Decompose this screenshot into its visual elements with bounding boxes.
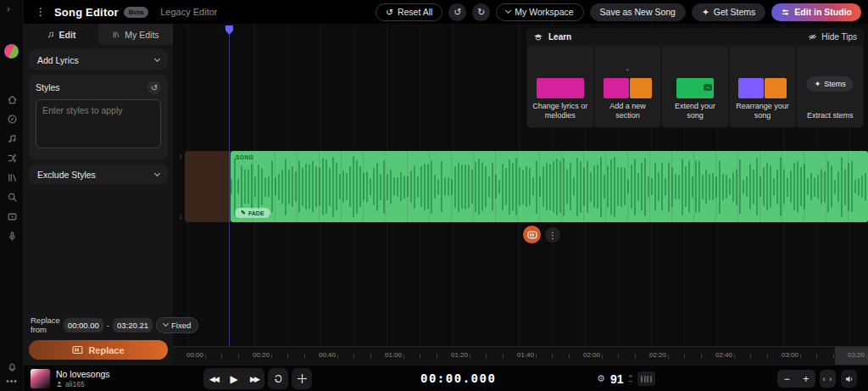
fade-button[interactable]: ✎ FADE	[235, 208, 270, 218]
bottom-bar: No lovesongs ali165 ◀◀ ▶ ▶▶ 00:00.000 ⚙ …	[24, 365, 868, 391]
zoom-out-button[interactable]: −	[782, 373, 793, 385]
edit-in-studio-button[interactable]: Edit in Studio	[771, 3, 861, 21]
wave-bar	[610, 159, 612, 215]
move-track-down-icon[interactable]: ↓	[179, 212, 183, 221]
fixed-mode-dropdown[interactable]: Fixed	[156, 317, 198, 333]
auto-scroll-button[interactable]	[292, 368, 312, 389]
studio-icon[interactable]	[7, 152, 18, 163]
gear-icon[interactable]: ⚙	[597, 373, 605, 384]
more-icon[interactable]: •••	[6, 379, 18, 384]
wave-bar	[743, 180, 744, 194]
tip-extract-stems[interactable]: ✦ Stems Extract stems	[797, 46, 863, 127]
styles-reset-button[interactable]: ↺	[147, 81, 161, 94]
home-icon[interactable]	[7, 93, 18, 104]
reset-all-button[interactable]: ↺ Reset All	[376, 3, 442, 21]
ruler-label: 00:40	[319, 351, 336, 359]
timeline-canvas[interactable]: Learn Hide Tips Change lyrics or melodie…	[173, 24, 868, 365]
wave-bar	[434, 175, 436, 198]
bpm-decrease-icon[interactable]: −	[628, 379, 632, 384]
wave-bar	[393, 177, 395, 196]
tab-edit[interactable]: Edit	[24, 24, 98, 45]
replace-start-time[interactable]: 00:00.00	[64, 318, 103, 332]
clip-section-divider	[693, 151, 694, 222]
wave-bar	[787, 177, 788, 197]
ruler-tick	[618, 355, 619, 359]
wave-bar	[573, 177, 575, 196]
rail-bottom: •••	[0, 360, 24, 384]
floating-kebab-button[interactable]: ⋮	[545, 227, 560, 243]
hide-tips-button[interactable]: Hide Tips	[808, 32, 857, 42]
expand-sidebar-icon[interactable]: ›	[7, 3, 10, 14]
tab-my-edits[interactable]: My Edits	[98, 24, 173, 45]
notifications-bell-icon[interactable]	[7, 360, 18, 371]
tip-change-lyrics[interactable]: Change lyrics or melodies	[527, 46, 593, 127]
loop-button[interactable]	[268, 368, 288, 389]
topbar-actions: ↺ Reset All ↺ ↻ My Workspace Save as New…	[376, 3, 868, 21]
legacy-editor-link[interactable]: Legacy Editor	[160, 7, 217, 17]
wave-bar	[549, 164, 551, 210]
save-as-new-song-button[interactable]: Save as New Song	[590, 3, 686, 21]
ruler-tick	[403, 355, 404, 359]
wave-bar	[851, 161, 853, 212]
wave-bar	[634, 159, 636, 215]
tip-rearrange-song[interactable]: Rearrange your song	[730, 46, 796, 127]
edit-panel: Edit My Edits Add Lyrics Styles ↺ Exclud…	[24, 24, 173, 365]
top-bar: ⋮ Song Editor Beta Legacy Editor ↺ Reset…	[24, 0, 868, 24]
tab-my-edits-label: My Edits	[125, 30, 159, 40]
videos-icon[interactable]	[7, 210, 18, 221]
wave-bar	[553, 161, 554, 213]
kebab-menu-icon[interactable]: ⋮	[36, 6, 46, 18]
zoom-in-button[interactable]: +	[800, 373, 811, 385]
fast-forward-button[interactable]: ▶▶	[244, 368, 264, 389]
undo-icon: ↺	[386, 7, 393, 17]
bpm-value[interactable]: 91	[610, 372, 624, 386]
explore-icon[interactable]	[7, 113, 18, 124]
tip-extend-song[interactable]: → Extend your song	[662, 46, 728, 127]
add-lyrics-accordion[interactable]: Add Lyrics	[29, 49, 168, 70]
tip-add-section[interactable]: + Add a new section	[595, 46, 661, 127]
mic-icon[interactable]	[7, 230, 18, 241]
wave-bar	[370, 178, 371, 196]
avatar[interactable]	[4, 44, 19, 59]
rewind-button[interactable]: ◀◀	[203, 368, 224, 389]
get-stems-button[interactable]: ✦ Get Stems	[692, 3, 765, 21]
wave-bar	[658, 172, 659, 201]
move-track-up-icon[interactable]: ↑	[179, 153, 183, 161]
replace-button[interactable]: Replace	[29, 340, 168, 360]
bpm-stepper[interactable]: + −	[628, 374, 632, 384]
person-icon	[56, 381, 63, 388]
ruler-label: 01:00	[385, 351, 402, 359]
styles-input[interactable]	[36, 99, 161, 148]
floating-credits-button[interactable]	[523, 226, 541, 243]
replace-range-row: Replace from 00:00.00 - 03:20.21 Fixed	[24, 316, 173, 334]
timeline-ruler[interactable]: 00:0000:2000:4001:0001:2001:4002:0002:20…	[173, 346, 868, 365]
fit-to-view-button[interactable]: ‹ ›	[820, 370, 836, 388]
wave-bar	[448, 177, 449, 196]
play-button[interactable]: ▶	[224, 368, 244, 389]
wave-bar	[492, 163, 493, 211]
song-clip[interactable]: SONG ✎ FADE	[231, 151, 868, 222]
wave-bar	[342, 170, 344, 203]
metronome-button[interactable]	[637, 371, 655, 386]
song-artwork[interactable]	[31, 369, 50, 388]
ruler-tick	[866, 355, 867, 359]
library-icon[interactable]	[7, 171, 18, 182]
wave-bar	[390, 169, 392, 204]
replace-end-time[interactable]: 03:20.21	[113, 318, 153, 332]
exclude-styles-accordion[interactable]: Exclude Styles	[29, 164, 168, 185]
volume-button[interactable]	[841, 370, 857, 388]
wave-bar	[620, 167, 622, 207]
my-workspace-dropdown[interactable]: My Workspace	[496, 3, 583, 21]
clip-section-divider	[583, 151, 584, 222]
undo-button[interactable]: ↺	[448, 3, 466, 21]
wave-bar	[556, 159, 558, 215]
wave-bar	[827, 161, 829, 213]
search-icon[interactable]	[7, 191, 18, 202]
create-music-icon[interactable]	[7, 132, 18, 143]
wave-bar	[332, 157, 334, 217]
wave-bar	[322, 158, 324, 215]
wave-bar	[244, 170, 246, 204]
pre-roll-region[interactable]	[185, 151, 231, 222]
redo-button[interactable]: ↻	[472, 3, 490, 21]
playhead-handle[interactable]	[225, 25, 233, 35]
